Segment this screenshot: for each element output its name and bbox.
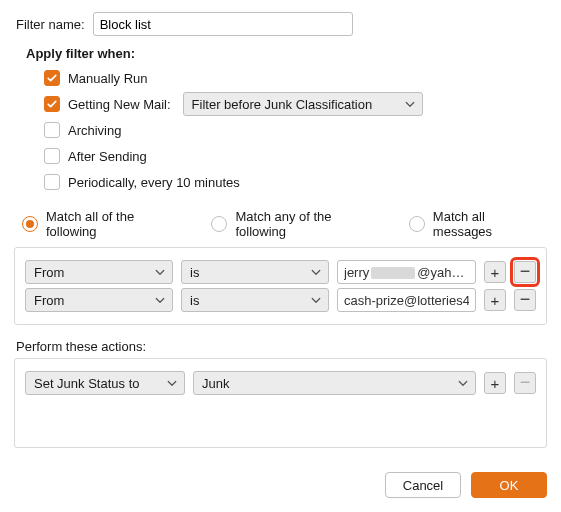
rule-operator-select[interactable]: is: [181, 260, 329, 284]
add-action-button[interactable]: +: [484, 372, 506, 394]
rule-field-value: From: [34, 265, 64, 280]
rule-value-input[interactable]: jerry@yahoo.com: [337, 260, 476, 284]
rules-panel: From is jerry@yahoo.com + − From is + −: [14, 247, 547, 325]
redacted-icon: [371, 267, 415, 279]
chevron-down-icon: [166, 377, 178, 389]
manually-run-label: Manually Run: [68, 71, 148, 86]
match-any-label: Match any of the following: [235, 209, 384, 239]
filter-name-label: Filter name:: [16, 17, 85, 32]
after-sending-checkbox[interactable]: [44, 148, 60, 164]
mail-timing-value: Filter before Junk Classification: [192, 97, 373, 112]
getting-new-mail-checkbox[interactable]: [44, 96, 60, 112]
filter-name-input[interactable]: [93, 12, 353, 36]
actions-panel: Set Junk Status to Junk + −: [14, 358, 547, 448]
add-rule-button[interactable]: +: [484, 261, 506, 283]
rule-value-input[interactable]: [337, 288, 476, 312]
chevron-down-icon: [154, 266, 166, 278]
after-sending-label: After Sending: [68, 149, 147, 164]
remove-action-button: −: [514, 372, 536, 394]
remove-rule-button[interactable]: −: [514, 289, 536, 311]
rule-row: From is + −: [25, 288, 536, 312]
action-row: Set Junk Status to Junk + −: [25, 371, 536, 395]
rule-operator-select[interactable]: is: [181, 288, 329, 312]
action-type-select[interactable]: Set Junk Status to: [25, 371, 185, 395]
add-rule-button[interactable]: +: [484, 289, 506, 311]
cancel-button[interactable]: Cancel: [385, 472, 461, 498]
remove-rule-button[interactable]: −: [514, 261, 536, 283]
rule-row: From is jerry@yahoo.com + −: [25, 260, 536, 284]
archiving-checkbox[interactable]: [44, 122, 60, 138]
apply-filter-when-label: Apply filter when:: [26, 46, 547, 61]
perform-actions-label: Perform these actions:: [16, 339, 547, 354]
chevron-down-icon: [310, 294, 322, 306]
rule-operator-value: is: [190, 265, 199, 280]
mail-timing-select[interactable]: Filter before Junk Classification: [183, 92, 423, 116]
chevron-down-icon: [404, 98, 416, 110]
rule-operator-value: is: [190, 293, 199, 308]
rule-field-select[interactable]: From: [25, 288, 173, 312]
getting-new-mail-label: Getting New Mail:: [68, 97, 171, 112]
match-all-messages-label: Match all messages: [433, 209, 547, 239]
manually-run-checkbox[interactable]: [44, 70, 60, 86]
rule-field-value: From: [34, 293, 64, 308]
rule-field-select[interactable]: From: [25, 260, 173, 284]
ok-button[interactable]: OK: [471, 472, 547, 498]
action-value-select[interactable]: Junk: [193, 371, 476, 395]
chevron-down-icon: [457, 377, 469, 389]
periodically-checkbox[interactable]: [44, 174, 60, 190]
match-any-radio[interactable]: [211, 216, 227, 232]
match-all-messages-radio[interactable]: [409, 216, 425, 232]
periodically-label: Periodically, every 10 minutes: [68, 175, 240, 190]
match-all-label: Match all of the following: [46, 209, 187, 239]
chevron-down-icon: [310, 266, 322, 278]
match-all-radio[interactable]: [22, 216, 38, 232]
rule-value-text: jerry@yahoo.com: [344, 265, 469, 280]
action-value-text: Junk: [202, 376, 229, 391]
archiving-label: Archiving: [68, 123, 121, 138]
action-type-value: Set Junk Status to: [34, 376, 140, 391]
chevron-down-icon: [154, 294, 166, 306]
